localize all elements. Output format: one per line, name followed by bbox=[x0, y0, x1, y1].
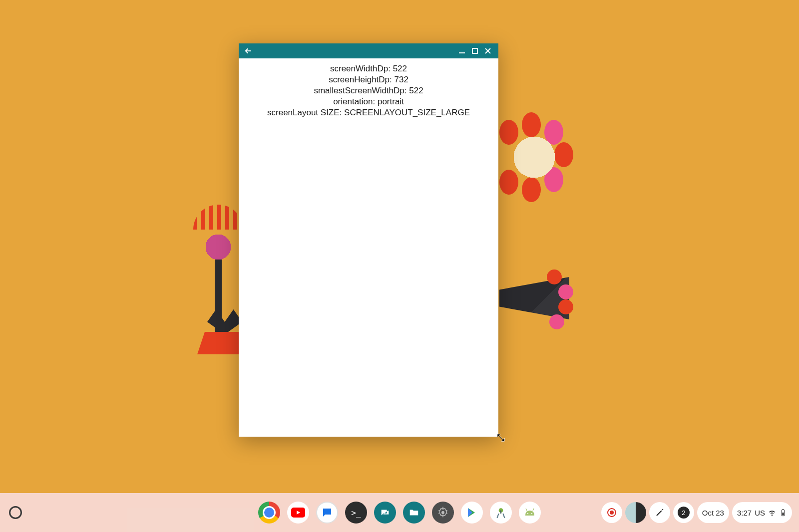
close-icon bbox=[484, 47, 491, 54]
notifications-button[interactable]: 2 bbox=[673, 502, 694, 523]
svg-point-7 bbox=[610, 511, 614, 515]
resize-cursor-icon bbox=[496, 433, 505, 442]
wallpaper-decor bbox=[196, 225, 241, 269]
launcher-button[interactable] bbox=[9, 506, 22, 519]
youtube-app-icon[interactable] bbox=[287, 502, 309, 524]
wallpaper-decor bbox=[549, 314, 564, 329]
android-app-icon[interactable] bbox=[519, 502, 541, 524]
wallpaper-decor bbox=[502, 125, 567, 190]
minimize-icon bbox=[458, 47, 465, 54]
status-tray[interactable]: 3:27 US bbox=[732, 502, 792, 523]
wallpaper-decor bbox=[499, 277, 569, 319]
app-window: screenWidthDp: 522 screenHeightDp: 732 s… bbox=[239, 43, 498, 437]
svg-point-4 bbox=[527, 513, 528, 514]
svg-point-2 bbox=[441, 511, 444, 514]
svg-rect-0 bbox=[459, 52, 465, 53]
svg-rect-9 bbox=[783, 509, 784, 510]
task-preview[interactable] bbox=[625, 502, 646, 523]
svg-point-5 bbox=[531, 513, 532, 514]
system-tray: 2 Oct 23 3:27 US bbox=[601, 502, 799, 523]
svg-rect-10 bbox=[782, 513, 784, 515]
shelf-apps: >_ bbox=[258, 502, 541, 524]
messages-app-icon[interactable] bbox=[316, 502, 338, 524]
back-button[interactable] bbox=[243, 45, 254, 56]
config-line: smallestScreenWidthDp: 522 bbox=[249, 85, 488, 96]
arrow-left-icon bbox=[244, 46, 253, 55]
terminal-app-icon[interactable]: >_ bbox=[345, 502, 367, 524]
config-line: screenWidthDp: 522 bbox=[249, 63, 488, 74]
wallpaper-decor bbox=[547, 269, 562, 284]
stylus-tools-button[interactable] bbox=[649, 502, 670, 523]
maximize-icon bbox=[472, 48, 478, 54]
window-titlebar[interactable] bbox=[239, 43, 498, 58]
record-icon bbox=[607, 508, 617, 518]
maximize-button[interactable] bbox=[468, 45, 481, 56]
close-button[interactable] bbox=[481, 45, 494, 56]
config-line: screenLayout SIZE: SCREENLAYOUT_SIZE_LAR… bbox=[249, 107, 488, 118]
android-studio-app-icon[interactable] bbox=[490, 502, 512, 524]
screen-record-button[interactable] bbox=[601, 502, 622, 523]
wallpaper-decor bbox=[558, 299, 573, 314]
settings-app-icon[interactable] bbox=[432, 502, 454, 524]
date-tray[interactable]: Oct 23 bbox=[697, 502, 729, 523]
wallpaper-decor bbox=[558, 284, 573, 299]
config-line: orientation: portrait bbox=[249, 96, 488, 107]
chrome-app-icon[interactable] bbox=[258, 502, 280, 524]
play-store-app-icon[interactable] bbox=[461, 502, 483, 524]
date-label: Oct 23 bbox=[702, 509, 724, 517]
time-label: 3:27 bbox=[737, 509, 752, 517]
svg-rect-1 bbox=[472, 48, 477, 53]
wallpaper-decor bbox=[207, 309, 242, 334]
chat-app-icon[interactable] bbox=[374, 502, 396, 524]
files-app-icon[interactable] bbox=[403, 502, 425, 524]
pen-icon bbox=[655, 508, 664, 517]
config-line: screenHeightDp: 732 bbox=[249, 74, 488, 85]
shelf: >_ 2 Oct 23 bbox=[0, 493, 799, 532]
input-method-label: US bbox=[755, 509, 765, 517]
battery-icon bbox=[779, 509, 787, 517]
minimize-button[interactable] bbox=[455, 45, 468, 56]
app-content: screenWidthDp: 522 screenHeightDp: 732 s… bbox=[239, 58, 498, 123]
wifi-icon bbox=[768, 509, 776, 517]
notification-count: 2 bbox=[678, 507, 690, 519]
